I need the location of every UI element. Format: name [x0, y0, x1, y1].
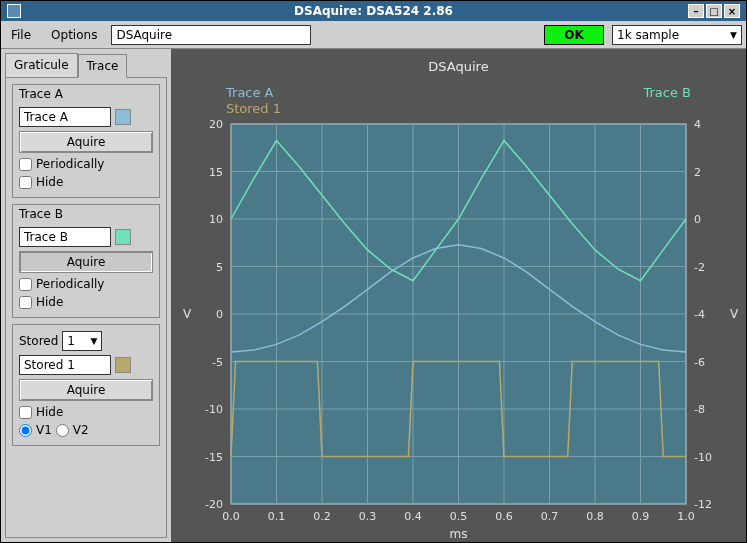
- svg-text:5: 5: [216, 261, 223, 274]
- stored-name-input[interactable]: [19, 355, 111, 375]
- tab-trace[interactable]: Trace: [78, 54, 128, 78]
- trace-a-title: Trace A: [19, 87, 153, 101]
- group-stored: Stored 1 ▼ Aquire Hide V1 V2: [12, 324, 160, 446]
- svg-text:0.1: 0.1: [268, 510, 286, 523]
- svg-text:0.8: 0.8: [586, 510, 604, 523]
- svg-text:15: 15: [209, 166, 223, 179]
- svg-text:-15: -15: [205, 451, 223, 464]
- svg-text:V: V: [730, 307, 739, 321]
- chart-svg: 0.00.10.20.30.40.50.60.70.80.91.0-20-15-…: [171, 49, 746, 543]
- svg-text:-4: -4: [694, 308, 705, 321]
- svg-text:0: 0: [216, 308, 223, 321]
- svg-text:DSAquire: DSAquire: [428, 59, 488, 74]
- app-icon: [7, 4, 21, 18]
- sample-combo-value: 1k sample: [617, 28, 679, 42]
- trace-a-color-swatch[interactable]: [115, 109, 131, 125]
- svg-text:0.2: 0.2: [313, 510, 331, 523]
- menu-file[interactable]: File: [5, 26, 37, 44]
- svg-text:-8: -8: [694, 403, 705, 416]
- trace-a-hide-check[interactable]: Hide: [19, 175, 153, 189]
- svg-text:0.0: 0.0: [222, 510, 240, 523]
- svg-text:0.9: 0.9: [632, 510, 650, 523]
- trace-a-acquire-button[interactable]: Aquire: [19, 131, 153, 153]
- minimize-button[interactable]: –: [688, 4, 704, 18]
- stored-select[interactable]: 1 ▼: [62, 331, 102, 351]
- svg-text:0: 0: [694, 213, 701, 226]
- trace-b-acquire-button[interactable]: Aquire: [19, 251, 153, 273]
- svg-text:V: V: [183, 307, 192, 321]
- svg-text:-12: -12: [694, 498, 712, 511]
- stored-v1-radio[interactable]: V1: [19, 423, 52, 437]
- svg-text:-10: -10: [205, 403, 223, 416]
- svg-text:0.7: 0.7: [541, 510, 559, 523]
- chart-area: 0.00.10.20.30.40.50.60.70.80.91.0-20-15-…: [171, 49, 746, 542]
- appname-input[interactable]: [111, 25, 311, 45]
- svg-text:ms: ms: [450, 527, 468, 541]
- svg-text:-10: -10: [694, 451, 712, 464]
- menubar: File Options OK 1k sample ▼: [1, 21, 746, 49]
- svg-text:-5: -5: [212, 356, 223, 369]
- close-button[interactable]: ×: [724, 4, 740, 18]
- chevron-down-icon: ▼: [730, 30, 737, 40]
- svg-text:-20: -20: [205, 498, 223, 511]
- menu-options[interactable]: Options: [45, 26, 103, 44]
- svg-text:4: 4: [694, 118, 701, 131]
- svg-text:0.3: 0.3: [359, 510, 377, 523]
- trace-b-hide-check[interactable]: Hide: [19, 295, 153, 309]
- trace-b-color-swatch[interactable]: [115, 229, 131, 245]
- svg-text:1.0: 1.0: [677, 510, 695, 523]
- tab-graticule[interactable]: Graticule: [5, 53, 78, 77]
- svg-text:-6: -6: [694, 356, 705, 369]
- group-trace-b: Trace B Aquire Periodically Hide: [12, 204, 160, 318]
- svg-text:Trace A: Trace A: [225, 85, 274, 100]
- window-title: DSAquire: DSA524 2.86: [294, 4, 453, 18]
- svg-text:-2: -2: [694, 261, 705, 274]
- svg-text:Trace B: Trace B: [642, 85, 691, 100]
- stored-hide-check[interactable]: Hide: [19, 405, 153, 419]
- stored-title: Stored: [19, 334, 58, 348]
- group-trace-a: Trace A Aquire Periodically Hide: [12, 84, 160, 198]
- chevron-down-icon: ▼: [90, 336, 97, 346]
- left-panel: Graticule Trace Trace A Aquire Periodica…: [1, 49, 171, 542]
- titlebar: DSAquire: DSA524 2.86 – □ ×: [1, 1, 746, 21]
- trace-b-periodically-check[interactable]: Periodically: [19, 277, 153, 291]
- svg-text:0.6: 0.6: [495, 510, 513, 523]
- svg-text:2: 2: [694, 166, 701, 179]
- trace-a-periodically-check[interactable]: Periodically: [19, 157, 153, 171]
- sample-combo[interactable]: 1k sample ▼: [612, 25, 742, 45]
- stored-v2-radio[interactable]: V2: [56, 423, 89, 437]
- svg-text:0.5: 0.5: [450, 510, 468, 523]
- trace-b-name-input[interactable]: [19, 227, 111, 247]
- trace-a-name-input[interactable]: [19, 107, 111, 127]
- stored-acquire-button[interactable]: Aquire: [19, 379, 153, 401]
- svg-text:10: 10: [209, 213, 223, 226]
- svg-text:20: 20: [209, 118, 223, 131]
- ok-indicator: OK: [544, 25, 604, 45]
- maximize-button[interactable]: □: [706, 4, 722, 18]
- svg-text:Stored 1: Stored 1: [226, 101, 281, 116]
- svg-text:0.4: 0.4: [404, 510, 422, 523]
- stored-color-swatch[interactable]: [115, 357, 131, 373]
- trace-b-title: Trace B: [19, 207, 153, 221]
